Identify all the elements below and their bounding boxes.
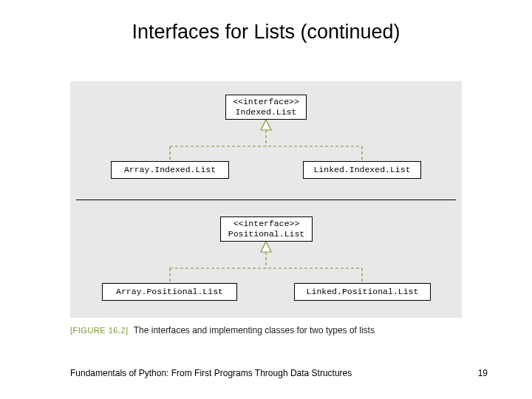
figure-label: [FIGURE 16.2] [70, 326, 129, 335]
interface-positional-list: <<interface>> Positional.List [220, 216, 313, 242]
class-name: Linked.Indexed.List [313, 165, 410, 175]
class-name: Array.Positional.List [116, 287, 223, 297]
figure-caption-text: The interfaces and implementing classes … [134, 325, 375, 335]
class-name: Linked.Positional.List [307, 287, 419, 297]
class-name: Positional.List [228, 229, 305, 239]
stereotype: <<interface>> [233, 219, 300, 229]
class-name: Array.Indexed.List [124, 165, 216, 175]
class-array-positional-list: Array.Positional.List [102, 283, 237, 301]
divider [76, 200, 456, 200]
svg-marker-0 [261, 120, 271, 130]
class-linked-positional-list: Linked.Positional.List [294, 283, 431, 301]
footer-text: Fundamentals of Python: From First Progr… [70, 368, 352, 378]
figure-caption: [FIGURE 16.2] The interfaces and impleme… [70, 325, 375, 335]
stereotype: <<interface>> [233, 97, 299, 107]
class-linked-indexed-list: Linked.Indexed.List [303, 161, 421, 179]
interface-indexed-list: <<interface>> Indexed.List [225, 95, 307, 120]
uml-figure: <<interface>> Indexed.List Array.Indexed… [70, 81, 462, 318]
class-array-indexed-list: Array.Indexed.List [111, 161, 229, 179]
svg-marker-5 [261, 242, 271, 252]
page-title: Interfaces for Lists (continued) [0, 0, 532, 44]
page-number: 19 [478, 368, 488, 378]
class-name: Indexed.List [236, 107, 297, 117]
